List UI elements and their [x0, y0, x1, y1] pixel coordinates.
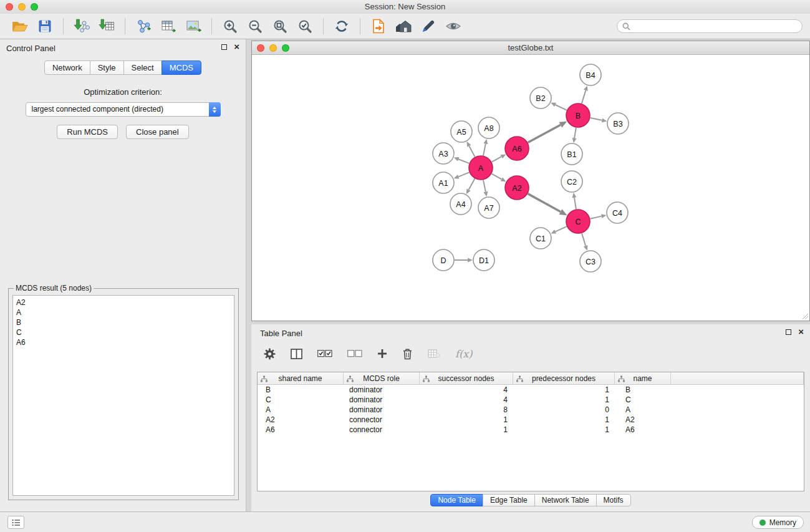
float-panel-button[interactable] [221, 44, 227, 50]
graph-node-C3[interactable]: C3 [580, 251, 601, 272]
column-header-predecessor-nodes[interactable]: predecessor nodes [513, 372, 615, 384]
export-image-button[interactable] [181, 16, 206, 37]
graph-node-A1[interactable]: A1 [433, 172, 454, 193]
mcds-result-item[interactable]: A [16, 307, 231, 317]
tab-network[interactable]: Network [44, 60, 90, 75]
function-builder-button[interactable]: f(x) [455, 348, 472, 360]
graph-edge-D-D1[interactable] [455, 258, 473, 263]
graph-edge-A-A1[interactable] [454, 172, 470, 178]
network-canvas[interactable]: B4B2BB3B1A5A8A6A3AA1A2C2A4A7C4CC1C3DD1 [252, 55, 809, 320]
file-transfer-button[interactable] [366, 16, 391, 37]
zoom-selected-button[interactable] [292, 16, 317, 37]
mcds-result-item[interactable]: A2 [16, 297, 231, 307]
column-header-shared-name[interactable]: shared name [258, 372, 344, 384]
graph-node-D[interactable]: D [433, 249, 454, 271]
close-panel-action-button[interactable]: Close panel [126, 125, 189, 139]
export-network-button[interactable] [131, 16, 156, 37]
delete-table-button[interactable] [428, 349, 440, 359]
tab-motifs[interactable]: Motifs [596, 494, 631, 506]
mcds-result-item[interactable]: C [16, 327, 231, 337]
mcds-result-item[interactable]: B [16, 317, 231, 327]
zoom-fit-button[interactable] [268, 16, 292, 37]
search-field[interactable] [617, 19, 803, 33]
graph-edge-C-C1[interactable] [551, 226, 566, 233]
table-row[interactable]: Adominator80A [258, 405, 804, 415]
graph-edge-B-B4[interactable] [582, 85, 588, 104]
float-table-panel-button[interactable] [786, 329, 791, 335]
graph-node-B3[interactable]: B3 [607, 113, 629, 134]
criterion-select[interactable]: largest connected component (directed) [26, 102, 221, 117]
create-column-button[interactable] [377, 349, 387, 359]
graph-edge-B-B3[interactable] [591, 118, 607, 122]
deselect-all-columns-button[interactable] [347, 349, 362, 358]
select-all-columns-button[interactable] [317, 349, 332, 358]
table-row[interactable]: Cdominator41C [258, 395, 804, 405]
graph-node-A5[interactable]: A5 [451, 121, 472, 142]
resize-grip[interactable] [801, 312, 809, 320]
search-input[interactable] [634, 22, 797, 31]
table-row[interactable]: A6connector11A6 [258, 425, 804, 435]
table-row[interactable]: A2connector11A2 [258, 415, 804, 425]
graph-edge-B-B1[interactable] [572, 128, 577, 143]
graph-node-A7[interactable]: A7 [478, 197, 499, 218]
graph-node-C1[interactable]: C1 [530, 228, 551, 249]
mcds-result-item[interactable]: A6 [16, 337, 231, 347]
table-row[interactable]: Bdominator41B [258, 385, 804, 395]
mcds-result-list[interactable]: A2ABCA6 [12, 295, 234, 496]
graph-node-D1[interactable]: D1 [473, 249, 494, 271]
close-window-button[interactable] [6, 3, 13, 11]
tab-node-table[interactable]: Node Table [430, 494, 483, 506]
graph-node-C[interactable]: C [566, 210, 590, 233]
column-header-mcds-role[interactable]: MCDS role [344, 372, 420, 384]
graph-node-B1[interactable]: B1 [561, 143, 582, 165]
memory-button[interactable]: Memory [752, 516, 804, 529]
network-zoom-button[interactable] [282, 44, 289, 52]
task-history-button[interactable] [7, 516, 24, 529]
graph-edge-A-A4[interactable] [466, 179, 475, 195]
graph-edge-C-C3[interactable] [582, 233, 588, 251]
export-table-button[interactable] [156, 16, 181, 37]
delete-column-button[interactable] [402, 348, 413, 360]
tab-edge-table[interactable]: Edge Table [483, 494, 535, 506]
tab-mcds[interactable]: MCDS [162, 60, 201, 75]
graph-edge-A-A7[interactable] [483, 180, 488, 197]
graph-edge-A2-C[interactable] [528, 194, 567, 216]
save-session-button[interactable] [32, 16, 57, 37]
table-settings-button[interactable] [264, 348, 276, 360]
graph-edge-A-A3[interactable] [454, 157, 470, 163]
graph-edge-A-A5[interactable] [466, 142, 475, 157]
graph-edge-C-C4[interactable] [591, 214, 607, 218]
graph-node-A6[interactable]: A6 [505, 137, 529, 160]
tab-style[interactable]: Style [90, 60, 124, 75]
show-columns-button[interactable] [291, 349, 302, 359]
tab-network-table[interactable]: Network Table [534, 494, 597, 506]
graph-node-A[interactable]: A [469, 156, 493, 180]
graph-edge-C-C2[interactable] [572, 193, 577, 209]
graph-node-B[interactable]: B [566, 104, 590, 127]
fullscreen-window-button[interactable] [31, 3, 38, 11]
graph-edge-A-A8[interactable] [483, 139, 488, 156]
apply-layout-button[interactable] [329, 16, 354, 37]
graph-edge-A-A2[interactable] [492, 174, 506, 182]
open-file-button[interactable] [7, 16, 32, 37]
zoom-out-button[interactable] [243, 16, 268, 37]
graph-node-B4[interactable]: B4 [580, 64, 601, 85]
graph-edge-A-A6[interactable] [492, 154, 506, 162]
graph-edge-B-B2[interactable] [551, 103, 567, 110]
home-button[interactable] [391, 16, 416, 37]
annotation-pen-button[interactable] [416, 16, 441, 37]
import-table-button[interactable] [94, 16, 119, 37]
graph-edge-A6-B[interactable] [528, 122, 567, 143]
network-close-button[interactable] [257, 44, 264, 52]
close-panel-button[interactable]: × [234, 44, 239, 50]
show-details-button[interactable] [441, 16, 466, 37]
graph-node-C4[interactable]: C4 [607, 202, 628, 223]
column-header-name[interactable]: name [615, 372, 671, 384]
minimize-window-button[interactable] [18, 3, 26, 11]
tab-select[interactable]: Select [123, 60, 162, 75]
run-mcds-button[interactable]: Run MCDS [57, 125, 118, 139]
graph-node-A2[interactable]: A2 [505, 176, 529, 200]
graph-node-A3[interactable]: A3 [433, 143, 454, 164]
graph-node-A4[interactable]: A4 [450, 193, 471, 215]
graph-node-B2[interactable]: B2 [530, 87, 551, 109]
